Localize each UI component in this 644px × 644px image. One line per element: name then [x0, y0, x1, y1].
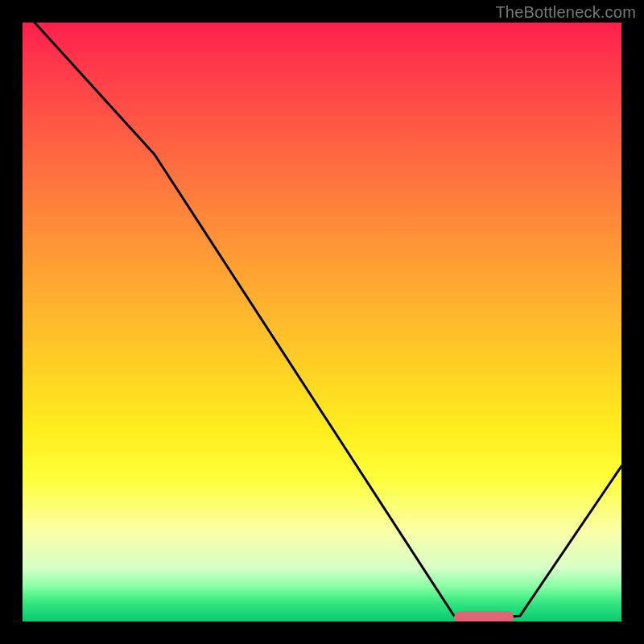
optimum-marker — [454, 611, 514, 621]
chart-overlay — [23, 23, 621, 621]
plot-area — [23, 23, 621, 621]
watermark-text: TheBottleneck.com — [495, 3, 636, 22]
bottleneck-curve — [35, 23, 621, 619]
